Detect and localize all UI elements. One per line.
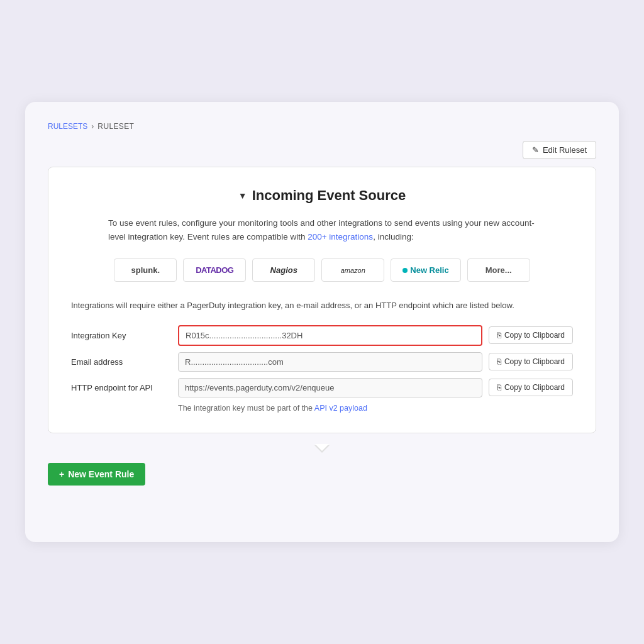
integration-amazon[interactable]: amazon — [321, 258, 384, 282]
triangle-icon: ▼ — [238, 191, 247, 201]
newrelic-label: New Relic — [410, 265, 448, 275]
copy-icon-3: ⎘ — [497, 383, 501, 392]
integration-key-copy-button[interactable]: ⎘ Copy to Clipboard — [489, 326, 573, 344]
copy-icon-2: ⎘ — [497, 357, 501, 366]
breadcrumb-current: RULESET — [97, 122, 134, 131]
splunk-label: splunk. — [131, 265, 160, 275]
copy-label-2: Copy to Clipboard — [504, 357, 565, 366]
copy-label-3: Copy to Clipboard — [504, 383, 565, 392]
integrations-row: splunk. DATADOG Nagios amazon New Relic … — [71, 258, 573, 282]
breadcrumb: RULESETS › RULESET — [48, 122, 596, 131]
http-endpoint-copy-button[interactable]: ⎘ Copy to Clipboard — [489, 379, 573, 396]
new-event-icon: + — [59, 469, 64, 479]
section-title: ▼ Incoming Event Source — [71, 187, 573, 204]
http-endpoint-row: HTTP endpoint for API ⎘ Copy to Clipboar… — [71, 378, 573, 397]
tooltip-arrow — [48, 445, 596, 453]
new-event-label: New Event Rule — [68, 469, 134, 479]
integrations-link[interactable]: 200+ integrations — [308, 232, 373, 242]
api-note: The integration key must be part of the … — [178, 404, 573, 413]
new-event-rule-button[interactable]: + New Event Rule — [48, 463, 145, 486]
api-v2-link[interactable]: API v2 payload — [314, 404, 367, 413]
integration-key-input[interactable] — [178, 325, 482, 346]
section-description: To use event rules, configure your monit… — [108, 216, 536, 243]
integration-key-label: Integration Key — [71, 331, 172, 340]
integration-nagios[interactable]: Nagios — [252, 258, 315, 282]
datadog-label: DATADOG — [196, 265, 233, 275]
copy-label-1: Copy to Clipboard — [504, 331, 565, 340]
email-address-row: Email address ⎘ Copy to Clipboard — [71, 352, 573, 372]
breadcrumb-separator: › — [91, 122, 94, 131]
email-address-label: Email address — [71, 357, 172, 367]
breadcrumb-rulesets-link[interactable]: RULESETS — [48, 122, 87, 131]
integration-more[interactable]: More... — [467, 258, 530, 282]
amazon-label: amazon — [341, 267, 365, 274]
edit-ruleset-button[interactable]: ✎ Edit Ruleset — [523, 141, 596, 159]
copy-icon-1: ⎘ — [497, 331, 501, 340]
integration-datadog[interactable]: DATADOG — [183, 258, 246, 282]
description-part2: , including: — [373, 232, 414, 242]
email-address-input[interactable] — [178, 352, 482, 372]
header-row: ✎ Edit Ruleset — [48, 141, 596, 159]
tooltip-arrow-shape — [314, 445, 330, 453]
http-endpoint-input[interactable] — [178, 378, 482, 397]
newrelic-dot-icon — [402, 268, 408, 273]
email-address-copy-button[interactable]: ⎘ Copy to Clipboard — [489, 353, 573, 370]
nagios-label: Nagios — [270, 265, 297, 275]
integration-splunk[interactable]: splunk. — [114, 258, 177, 282]
api-note-part1: The integration key must be part of the — [178, 404, 314, 413]
main-card: ▼ Incoming Event Source To use event rul… — [48, 167, 596, 433]
more-label: More... — [486, 265, 512, 275]
app-container: RULESETS › RULESET ✎ Edit Ruleset ▼ Inco… — [25, 102, 619, 542]
http-endpoint-label: HTTP endpoint for API — [71, 383, 172, 392]
integration-key-row: Integration Key ⎘ Copy to Clipboard — [71, 325, 573, 346]
section-title-text: Incoming Event Source — [252, 187, 406, 204]
fields-section: Integration Key ⎘ Copy to Clipboard Emai… — [71, 325, 573, 413]
edit-button-label: Edit Ruleset — [543, 145, 587, 155]
integration-newrelic[interactable]: New Relic — [391, 258, 460, 282]
edit-icon: ✎ — [532, 145, 539, 155]
integrations-note: Integrations will require either a Pager… — [71, 299, 573, 313]
